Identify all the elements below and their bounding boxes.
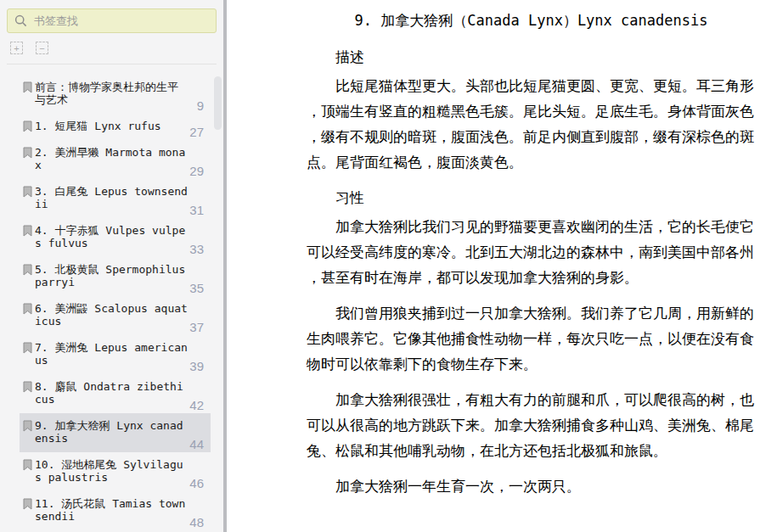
bookmark-icon [23,498,32,510]
bookmark-item[interactable]: 2. 美洲旱獭 Marmota monax 29 [20,140,211,179]
bookmark-page-number: 39 [189,359,204,373]
section-heading: 描述 [307,44,756,70]
bookmark-label: 1. 短尾猫 Lynx rufus [35,120,188,132]
bookmark-icon [23,81,32,93]
bookmark-item[interactable]: 前言：博物学家奥杜邦的生平与艺术 9 [20,75,211,114]
sidebar-scrollbar-thumb[interactable] [214,76,222,130]
collapse-all-button[interactable]: − [36,42,48,54]
bookmark-icon [23,381,32,393]
bookmark-label: 6. 美洲鼹 Scalopus aquaticus [35,302,188,328]
bookmark-item[interactable]: 8. 麝鼠 Ondatra zibethicus 42 [20,374,211,413]
bookmark-page-number: 31 [189,203,204,217]
bookmark-item[interactable]: 9. 加拿大猞猁 Lynx canadensis 44 [20,413,211,452]
bookmark-search-box [7,8,217,33]
bookmark-page-number: 48 [189,515,204,529]
bookmark-page-number: 33 [189,242,204,256]
paragraph: 比短尾猫体型更大。头部也比短尾猫更圆、更宽、更短。耳三角形，顶端生有竖直的粗糙黑… [307,73,756,175]
bookmark-page-number: 37 [189,320,204,334]
document-sections: 描述比短尾猫体型更大。头部也比短尾猫更圆、更宽、更短。耳三角形，顶端生有竖直的粗… [307,44,756,499]
bookmark-label: 5. 北极黄鼠 Spermophilus parryi [35,263,188,288]
bookmark-icon [23,147,32,159]
bookmark-label: 9. 加拿大猞猁 Lynx canadensis [35,419,188,445]
bookmark-label: 10. 湿地棉尾兔 Sylvilagus palustris [35,458,188,484]
bookmark-page-number: 44 [189,437,204,451]
paragraph: 我们曾用狼夹捕到过一只加拿大猞猁。我们养了它几周，用新鲜的生肉喂养它。它像其他捕… [307,300,756,377]
bookmark-label: 3. 白尾兔 Lepus townsendii [35,185,188,210]
bookmark-page-number: 35 [189,281,204,295]
bookmark-search-input[interactable] [34,14,209,27]
bookmark-item[interactable]: 6. 美洲鼹 Scalopus aquaticus 37 [20,296,211,335]
bookmark-icon [23,186,32,198]
bookmark-toolbar: + − [10,42,213,55]
bookmark-item[interactable]: 5. 北极黄鼠 Spermophilus parryi 35 [20,257,211,296]
bookmarks-sidebar: + − 前言：博物学家奥杜邦的生平与艺术 9 1. 短尾猫 Lynx rufus… [0,0,223,532]
paragraph: 加拿大猞猁一年生育一次，一次两只。 [307,473,756,499]
bookmark-item[interactable]: 1. 短尾猫 Lynx rufus 27 [20,114,211,140]
bookmark-page-number: 29 [189,164,204,178]
bookmark-item[interactable]: 7. 美洲兔 Lepus americanus 39 [20,335,211,374]
bookmark-page-number: 27 [189,125,204,139]
section-heading: 习性 [307,185,756,210]
bookmark-label: 11. 汤氏花鼠 Tamias townsendii [35,497,188,523]
bookmark-label: 4. 十字赤狐 Vulpes vulpes fulvus [35,224,188,249]
paragraph: 加拿大猞猁很强壮，有粗大有力的前腿和爪，可以爬很高的树，也可以从很高的地方跳跃下… [307,387,756,463]
bookmark-icon [23,420,32,432]
bookmark-page-number: 46 [189,476,204,490]
bookmark-item[interactable]: 10. 湿地棉尾兔 Sylvilagus palustris 46 [20,452,211,491]
bookmark-icon [23,342,32,354]
bookmark-icon [23,120,32,132]
expand-all-button[interactable]: + [10,42,23,54]
document-page: 9. 加拿大猞猁（Canada Lynx）Lynx canadensis 描述比… [227,0,760,532]
bookmark-icon [23,303,32,315]
bookmark-item[interactable]: 4. 十字赤狐 Vulpes vulpes fulvus 33 [20,218,211,257]
bookmark-item[interactable]: 11. 汤氏花鼠 Tamias townsendii 48 [20,491,211,530]
bookmark-list: 前言：博物学家奥杜邦的生平与艺术 9 1. 短尾猫 Lynx rufus 27 … [0,64,223,530]
paragraph: 加拿大猞猁比我们习见的野猫要更喜欢幽闭的生活，它的长毛使它可以经受高纬度的寒冷。… [307,214,756,290]
bookmark-label: 2. 美洲旱獭 Marmota monax [35,146,188,171]
search-icon [14,14,27,27]
bookmark-page-number: 9 [197,98,204,113]
bookmark-page-number: 42 [189,398,204,412]
bookmark-label: 7. 美洲兔 Lepus americanus [35,341,188,367]
bookmark-item[interactable]: 3. 白尾兔 Lepus townsendii 31 [20,179,211,218]
bookmark-icon [23,225,32,237]
bookmark-icon [23,459,32,471]
bookmark-icon [23,264,32,276]
document-title: 9. 加拿大猞猁（Canada Lynx）Lynx canadensis [307,10,756,31]
bookmark-label: 前言：博物学家奥杜邦的生平与艺术 [35,81,188,106]
bookmark-label: 8. 麝鼠 Ondatra zibethicus [35,380,188,406]
